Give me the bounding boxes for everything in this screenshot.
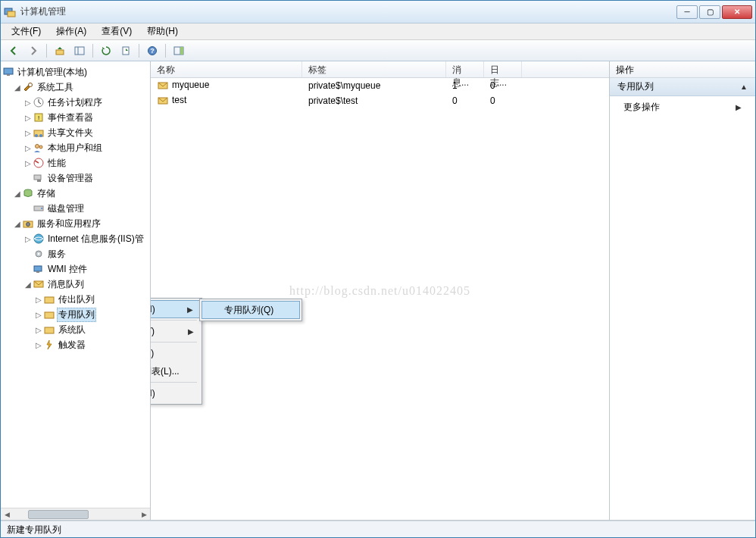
- collapse-icon[interactable]: ◢: [23, 280, 33, 289]
- forward-button[interactable]: [25, 42, 42, 59]
- expand-icon[interactable]: ▷: [34, 311, 43, 319]
- ctx-export-list[interactable]: 导出列表(L)...: [151, 362, 200, 380]
- svg-rect-11: [4, 68, 13, 74]
- disk-icon: [33, 202, 45, 214]
- collapse-icon[interactable]: ◢: [13, 83, 22, 92]
- svg-point-20: [36, 145, 39, 149]
- ctx-help[interactable]: 帮助(H): [151, 384, 200, 402]
- svg-point-19: [39, 134, 42, 137]
- tree-shared-folders[interactable]: ▷共享文件夹: [2, 125, 148, 140]
- column-tag[interactable]: 标签: [302, 61, 446, 77]
- chevron-right-icon: ▶: [187, 305, 193, 314]
- tree-msmq[interactable]: ◢消息队列: [2, 277, 148, 292]
- tree-iis[interactable]: ▷Internet 信息服务(IIS)管: [2, 231, 148, 246]
- svg-rect-12: [7, 74, 10, 76]
- menu-action[interactable]: 操作(A): [50, 23, 92, 39]
- event-icon: !: [33, 111, 45, 124]
- tree-disk-management[interactable]: 磁盘管理: [2, 201, 148, 216]
- tree-services[interactable]: 服务: [2, 246, 148, 261]
- tree-event-viewer[interactable]: ▷!事件查看器: [2, 110, 148, 125]
- help-button[interactable]: ?: [144, 42, 161, 59]
- tree-wmi[interactable]: WMI 控件: [2, 261, 148, 277]
- expand-icon[interactable]: ▷: [23, 99, 33, 107]
- refresh-button[interactable]: [98, 42, 114, 59]
- actions-section: 专用队列▲: [610, 78, 755, 96]
- expand-icon[interactable]: ▷: [34, 341, 43, 349]
- cell-name: myqueue: [172, 80, 209, 90]
- list-header: 名称 标签 消息... 日志...: [151, 61, 609, 78]
- ctx-new-private-queue[interactable]: 专用队列(Q): [201, 301, 300, 319]
- cell-log: 0: [484, 79, 522, 92]
- column-messages[interactable]: 消息...: [446, 61, 484, 77]
- storage-icon: [22, 187, 34, 199]
- menu-view[interactable]: 查看(V): [95, 23, 138, 39]
- tree-storage[interactable]: ◢存储: [2, 186, 148, 201]
- expand-icon[interactable]: ▷: [23, 235, 33, 243]
- ctx-view[interactable]: 查看(V)▶: [151, 322, 200, 340]
- svg-rect-24: [37, 180, 41, 182]
- expand-icon[interactable]: ▷: [34, 326, 43, 334]
- ctx-refresh[interactable]: 刷新(F): [151, 344, 200, 362]
- list-row[interactable]: test private$\test 0 0: [151, 93, 609, 108]
- tree-triggers[interactable]: ▷触发器: [2, 337, 148, 352]
- show-hide-tree-button[interactable]: [71, 42, 88, 59]
- expand-icon[interactable]: ▷: [23, 144, 33, 152]
- expand-icon[interactable]: ▷: [34, 296, 43, 304]
- tree-local-users[interactable]: ▷本地用户和组: [2, 140, 148, 155]
- tree-private-queues[interactable]: ▷专用队列: [2, 307, 148, 322]
- svg-rect-10: [180, 47, 183, 55]
- tools-icon: [22, 81, 34, 93]
- iis-icon: [33, 233, 45, 245]
- svg-point-21: [39, 145, 42, 149]
- export-button[interactable]: [117, 42, 134, 59]
- list-row[interactable]: myqueue private$\myqueue 1 0: [151, 78, 609, 93]
- tree-performance[interactable]: ▷性能: [2, 155, 148, 170]
- menu-help[interactable]: 帮助(H): [141, 23, 184, 39]
- svg-rect-1: [8, 11, 15, 17]
- context-menu: 新建(N)▶ 专用队列(Q) 查看(V)▶ 刷新(F) 导出列表(L)... 帮…: [151, 298, 202, 405]
- menu-file[interactable]: 文件(F): [5, 23, 47, 39]
- app-icon: [4, 6, 16, 18]
- svg-rect-36: [45, 297, 54, 303]
- collapse-icon[interactable]: ◢: [13, 220, 22, 228]
- expand-icon[interactable]: ▷: [23, 129, 33, 137]
- tree-system-queues[interactable]: ▷系统队: [2, 322, 148, 337]
- maximize-button[interactable]: ▢: [699, 5, 720, 19]
- back-button[interactable]: [5, 42, 22, 59]
- svg-rect-33: [34, 266, 42, 271]
- svg-text:!: !: [38, 114, 39, 121]
- queue-icon: [157, 80, 169, 92]
- chevron-up-icon[interactable]: ▲: [740, 83, 748, 91]
- actions-more[interactable]: 更多操作▶: [610, 96, 755, 118]
- tree: 计算机管理(本地) ◢系统工具 ▷任务计划程序 ▷!事件查看器 ▷共享文件夹 ▷…: [1, 61, 150, 355]
- expand-icon[interactable]: ▷: [23, 159, 33, 167]
- toolbar-separator: [92, 44, 93, 58]
- window-title: 计算机管理: [20, 5, 676, 18]
- tree-system-tools[interactable]: ◢系统工具: [2, 80, 148, 95]
- tree-device-manager[interactable]: 设备管理器: [2, 170, 148, 186]
- tree-outgoing-queues[interactable]: ▷传出队列: [2, 292, 148, 307]
- cell-messages: 1: [446, 79, 484, 92]
- collapse-icon[interactable]: ◢: [13, 189, 22, 198]
- up-button[interactable]: [52, 42, 68, 59]
- svg-rect-3: [75, 47, 84, 55]
- tree-scrollbar[interactable]: ◀▶: [1, 508, 150, 520]
- tree-task-scheduler[interactable]: ▷任务计划程序: [2, 95, 148, 110]
- folder-icon: [43, 324, 55, 336]
- expand-icon[interactable]: ▷: [23, 114, 33, 122]
- actions-header: 操作: [610, 61, 755, 78]
- action-pane-button[interactable]: [170, 42, 187, 59]
- close-button[interactable]: ✕: [722, 5, 752, 19]
- folder-icon: [43, 308, 55, 321]
- shared-folder-icon: [33, 127, 45, 139]
- column-log[interactable]: 日志...: [484, 61, 522, 77]
- chevron-right-icon: ▶: [736, 103, 742, 111]
- ctx-new[interactable]: 新建(N)▶ 专用队列(Q): [151, 300, 200, 318]
- minimize-button[interactable]: ─: [676, 5, 698, 19]
- svg-point-32: [38, 253, 40, 255]
- tree-services-apps[interactable]: ◢服务和应用程序: [2, 216, 148, 231]
- ctx-separator: [151, 342, 197, 343]
- cell-log: 0: [484, 94, 522, 108]
- column-name[interactable]: 名称: [151, 61, 302, 77]
- tree-root[interactable]: 计算机管理(本地): [2, 64, 148, 80]
